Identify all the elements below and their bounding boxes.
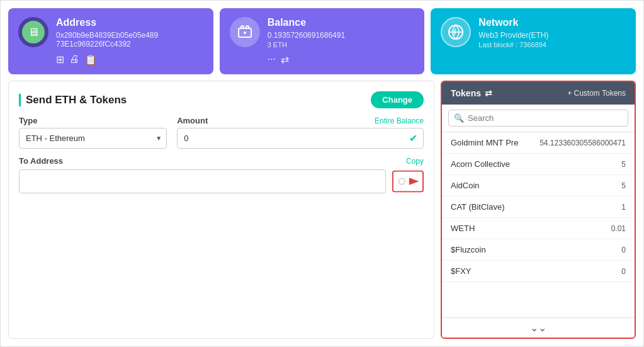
address-title: Address <box>56 17 203 28</box>
tokens-search: 🔍 <box>442 105 635 132</box>
address-value-line2: 73E1c969226fCc4392 <box>56 40 203 48</box>
network-block: Last block# : 7366894 <box>478 41 626 48</box>
token-row[interactable]: Goldmint MNT Pre 54.123360305586000471 <box>442 132 635 154</box>
search-wrapper: 🔍 <box>448 110 628 127</box>
svg-point-1 <box>244 31 246 34</box>
token-name: $FXY <box>451 266 472 276</box>
tokens-list: Goldmint MNT Pre 54.123360305586000471 A… <box>442 132 635 317</box>
tokens-title: Tokens ⇄ <box>451 88 492 98</box>
token-name: WETH <box>451 224 475 233</box>
to-address-input[interactable] <box>19 169 386 193</box>
token-row[interactable]: AidCoin 5 <box>442 175 635 196</box>
amount-label-row: Amount Entire Balance <box>177 116 424 125</box>
token-name: $Fluzcoin <box>451 245 486 254</box>
balance-sub: 3 ETH <box>268 41 415 48</box>
amount-group: Amount Entire Balance ✔ <box>177 116 424 149</box>
token-value: 5 <box>621 181 626 190</box>
entire-balance-link[interactable]: Entire Balance <box>375 117 424 125</box>
more-icon[interactable]: ··· <box>268 54 276 65</box>
token-value: 54.123360305586000471 <box>539 139 626 147</box>
address-actions: ⊞ 🖨 📋 <box>56 54 203 65</box>
bottom-section: Send ETH & Tokens Change Type ETH - Ethe… <box>8 81 636 339</box>
refresh-icon[interactable]: ⇄ <box>281 54 289 65</box>
token-value: 5 <box>621 160 626 169</box>
tokens-panel: Tokens ⇄ + Custom Tokens 🔍 Goldmint MNT … <box>441 81 636 339</box>
address-value-line1: 0x280b9eB4839Eb05e05e489 <box>56 31 203 40</box>
token-name: AidCoin <box>451 181 480 190</box>
address-header: To Address Copy <box>19 156 424 166</box>
send-panel: Send ETH & Tokens Change Type ETH - Ethe… <box>8 81 434 339</box>
balance-icon <box>230 17 260 47</box>
token-row[interactable]: CAT (BitClave) 1 <box>442 196 635 218</box>
custom-tokens-link[interactable]: + Custom Tokens <box>567 89 626 98</box>
balance-value: 0.19357260691686491 <box>268 31 415 40</box>
amount-wrapper: ✔ <box>177 128 424 149</box>
address-input-row <box>19 169 424 193</box>
tokens-search-input[interactable] <box>468 113 623 123</box>
tokens-header: Tokens ⇄ + Custom Tokens <box>442 82 635 105</box>
tokens-footer: ⌄⌄ <box>442 317 635 338</box>
token-value: 0.01 <box>611 224 626 233</box>
address-card-content: Address 0x280b9eB4839Eb05e05e489 73E1c96… <box>56 17 203 65</box>
qr-icon[interactable]: ⊞ <box>56 54 64 65</box>
print-icon[interactable]: 🖨 <box>69 54 79 65</box>
type-select-wrapper: ETH - Ethereum ERC20 Token ▼ <box>19 128 167 149</box>
top-cards: 🖥 Address 0x280b9eB4839Eb05e05e489 73E1c… <box>8 8 636 74</box>
balance-card-content: Balance 0.19357260691686491 3 ETH ··· ⇄ <box>268 17 415 65</box>
to-address-label: To Address <box>19 156 63 166</box>
balance-card: Balance 0.19357260691686491 3 ETH ··· ⇄ <box>220 8 425 74</box>
tokens-label: Tokens <box>451 88 481 98</box>
copy-link[interactable]: Copy <box>406 157 424 166</box>
token-value: 1 <box>621 203 626 212</box>
token-row[interactable]: $FXY 0 <box>442 261 635 282</box>
token-name: CAT (BitClave) <box>451 202 504 212</box>
type-label: Type <box>19 116 167 125</box>
balance-title: Balance <box>268 17 415 28</box>
network-provider: Web3 Provider(ETH) <box>478 31 626 40</box>
token-value: 0 <box>621 267 626 276</box>
token-name: Goldmint MNT Pre <box>451 138 518 147</box>
type-group: Type ETH - Ethereum ERC20 Token ▼ <box>19 116 167 149</box>
address-avatar-inner: 🖥 <box>22 21 45 43</box>
token-row[interactable]: WETH 0.01 <box>442 218 635 239</box>
token-row[interactable]: Acorn Collective 5 <box>442 154 635 175</box>
chevron-down-icon[interactable]: ⌄⌄ <box>530 322 546 334</box>
search-icon: 🔍 <box>454 113 464 123</box>
main-container: 🖥 Address 0x280b9eB4839Eb05e05e489 73E1c… <box>0 0 644 347</box>
red-arrow-icon <box>392 170 424 193</box>
network-icon <box>441 17 471 47</box>
token-value: 0 <box>621 246 626 254</box>
tokens-refresh-icon[interactable]: ⇄ <box>485 88 492 98</box>
type-select[interactable]: ETH - Ethereum ERC20 Token <box>19 128 167 149</box>
svg-rect-7 <box>409 180 415 183</box>
network-card-content: Network Web3 Provider(ETH) Last block# :… <box>478 17 626 48</box>
network-card: Network Web3 Provider(ETH) Last block# :… <box>431 8 636 74</box>
amount-input[interactable] <box>177 128 424 149</box>
address-section: To Address Copy <box>19 156 424 193</box>
balance-actions: ··· ⇄ <box>268 54 415 65</box>
copy-icon[interactable]: 📋 <box>84 54 97 65</box>
token-row[interactable]: $Fluzcoin 0 <box>442 239 635 261</box>
network-title: Network <box>478 17 626 28</box>
change-button[interactable]: Change <box>371 91 424 108</box>
send-header: Send ETH & Tokens Change <box>19 91 424 108</box>
amount-label: Amount <box>177 116 208 125</box>
arrow-button <box>392 169 424 193</box>
send-title: Send ETH & Tokens <box>19 94 127 106</box>
address-avatar: 🖥 <box>18 17 48 47</box>
check-icon: ✔ <box>409 132 417 144</box>
token-name: Acorn Collective <box>451 159 510 169</box>
type-amount-row: Type ETH - Ethereum ERC20 Token ▼ Amount… <box>19 116 424 149</box>
address-card: 🖥 Address 0x280b9eB4839Eb05e05e489 73E1c… <box>8 8 213 74</box>
